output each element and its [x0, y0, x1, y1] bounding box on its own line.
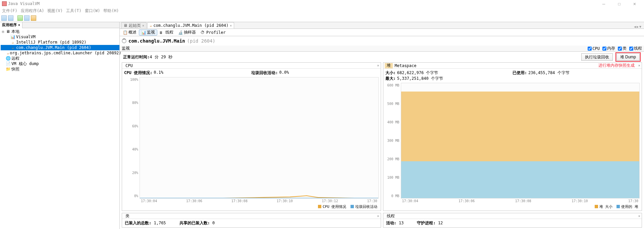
tree-label: IntelliJ Platform (pid 18992)	[16, 40, 87, 45]
menu-bar: 文件(F) 应用程序(A) 视图(V) 工具(T) 窗口(W) 帮助(H)	[0, 7, 644, 14]
sidebar-tab-applications[interactable]: 应用程序 ×	[0, 22, 22, 28]
heap-annotation: 进行堆内存快照生成	[598, 63, 636, 68]
menu-file[interactable]: 文件(F)	[1, 8, 18, 14]
monitor-header: 监视 CPU 内存 类 线程	[120, 46, 644, 52]
opt-mem-checkbox[interactable]	[602, 47, 606, 51]
tree-node-snapshot[interactable]: 📁 快照	[1, 66, 119, 72]
cpu-usage-value: 0.1%	[154, 70, 163, 76]
toolbar-icon-2[interactable]	[8, 15, 13, 21]
tree-node-intellij[interactable]: ☕ IntelliJ Platform (pid 18992)	[1, 40, 119, 45]
opt-mem[interactable]: 内存	[602, 46, 615, 51]
threads-panel: 线程 × 活动: 13 守护进程: 12	[383, 213, 642, 228]
classes-shared-value: 0	[212, 221, 215, 225]
tab-nav: ◀ ▶ ▼	[634, 25, 643, 28]
java-icon: ☕	[10, 40, 15, 45]
tree-node-coredump[interactable]: 📄 VM 核心 dump	[1, 61, 119, 66]
menu-help[interactable]: 帮助(H)	[103, 8, 119, 14]
tree-label: 快照	[11, 66, 19, 72]
close-button[interactable]: ✕	[630, 1, 639, 6]
subtab-label: 线程	[165, 30, 173, 35]
tab-main-process[interactable]: ☕ com.changlu.JVM.Main (pid 2604) ×	[147, 22, 234, 28]
tab-next-icon[interactable]: ▶	[637, 25, 639, 28]
classes-panel: 类 × 已装入的总数: 1,765 共享的已装入数: 0	[122, 213, 381, 228]
menu-view[interactable]: 视图(V)	[47, 8, 63, 14]
heap-size-value: 682,622,976 个字节	[397, 70, 438, 76]
uptime-value: 4 分 29 秒	[150, 54, 172, 60]
close-icon[interactable]: ×	[377, 214, 379, 218]
classes-panel-tab[interactable]: 类	[123, 213, 131, 219]
minimize-button[interactable]: —	[599, 1, 608, 6]
subtab-sampler[interactable]: 🔬 抽样器	[176, 30, 198, 36]
cpu-chart: 100%80%60%40%20%0%	[124, 77, 379, 198]
close-icon[interactable]: ×	[638, 63, 640, 68]
threads-panel-tab[interactable]: 线程	[385, 213, 397, 219]
tree-label: VisualVM	[16, 35, 36, 39]
opt-thread[interactable]: 线程	[629, 46, 642, 51]
tree-label: 远程	[11, 56, 19, 61]
tree-node-remote[interactable]: 🌐 远程	[1, 56, 119, 61]
close-icon[interactable]: ×	[230, 24, 232, 27]
heap-tab[interactable]: 堆	[385, 63, 393, 68]
heap-panel: 堆 Metaspace 进行堆内存快照生成 × 大小: 682,622,976 …	[383, 62, 642, 211]
tab-dropdown-icon[interactable]: ▼	[639, 25, 641, 28]
uptime-row: 正常运行时间: 4 分 29 秒 执行垃圾回收 堆 Dump	[120, 52, 644, 62]
tree-node-local[interactable]: ⊟ 🖥 本地	[1, 29, 119, 34]
maximize-button[interactable]: ☐	[614, 1, 624, 6]
subtab-label: 监视	[147, 30, 155, 35]
detail-heading: com.changlu.JVM.Main (pid 2604)	[120, 36, 644, 46]
subtab-overview[interactable]: 📋 概述	[120, 30, 139, 36]
classes-shared-label: 共享的已装入数:	[179, 221, 210, 225]
close-icon[interactable]: ×	[142, 24, 144, 27]
menu-window[interactable]: 窗口(W)	[84, 8, 101, 14]
panel-grid: CPU × CPU 使用情况: 0.1% 垃圾回收活动: 0.0%	[120, 62, 644, 229]
opt-class-checkbox[interactable]	[618, 47, 622, 51]
gc-button[interactable]: 执行垃圾回收	[581, 53, 613, 61]
menu-tools[interactable]: 工具(T)	[65, 8, 82, 14]
sidebar-tab-label: 应用程序	[2, 22, 17, 27]
toolbar-icon-3[interactable]	[17, 15, 23, 21]
tab-startpage[interactable]: 🖥 起始页 ×	[121, 22, 147, 28]
subtab-label: Profiler	[206, 30, 226, 35]
toolbar-icon-5[interactable]	[31, 15, 36, 21]
process-pid: (pid 2604)	[187, 38, 215, 44]
legend-heap-size: 堆 大小	[599, 204, 613, 209]
menu-app[interactable]: 应用程序(A)	[20, 8, 45, 14]
toolbar-icon-1[interactable]	[1, 15, 7, 21]
cpu-usage-label: CPU 使用情况:	[124, 70, 152, 76]
sidebar-tabstrip: 应用程序 ×	[0, 22, 119, 28]
toolbar-icon-4[interactable]	[24, 15, 30, 21]
heap-size-label: 大小:	[385, 70, 396, 76]
tree-node-jps[interactable]: ☕ org.jetbrains.jps.cmdline.Launcher (pi…	[1, 50, 119, 56]
close-icon[interactable]: ×	[377, 63, 379, 68]
opt-thread-checkbox[interactable]	[629, 47, 633, 51]
opt-cpu-checkbox[interactable]	[588, 47, 592, 51]
close-icon[interactable]: ×	[638, 214, 640, 218]
java-icon: ☕	[150, 23, 152, 28]
cpu-panel-tab[interactable]: CPU	[123, 63, 135, 68]
metaspace-tab[interactable]: Metaspace	[393, 63, 419, 68]
opt-class[interactable]: 类	[618, 46, 627, 51]
heap-dump-button[interactable]: 堆 Dump	[616, 53, 640, 61]
gc-activity-value: 0.0%	[279, 70, 289, 76]
subtab-profiler[interactable]: ⏱ Profiler	[198, 30, 228, 36]
threads-daemon-value: 12	[438, 221, 443, 225]
tree-node-main[interactable]: ☕ com.changlu.JVM.Main (pid 2604)	[1, 45, 119, 50]
process-name: com.changlu.JVM.Main	[128, 38, 185, 44]
refresh-icon	[122, 39, 126, 43]
applications-tree: ⊟ 🖥 本地 📊 VisualVM ☕ IntelliJ Platform (p…	[0, 28, 119, 72]
classes-loaded-value: 1,765	[154, 221, 166, 225]
subtab-monitor[interactable]: 📊 监视	[139, 30, 157, 36]
overview-icon: 📋	[123, 30, 127, 35]
tab-prev-icon[interactable]: ◀	[634, 25, 636, 28]
collapse-icon[interactable]: ⊟	[2, 30, 5, 34]
close-icon[interactable]: ×	[18, 23, 20, 27]
title-bar: Java VisualVM — ☐ ✕	[0, 0, 644, 7]
tree-label: org.jetbrains.jps.cmdline.Launcher (pid …	[10, 51, 121, 55]
monitor-icon: 📊	[141, 30, 146, 35]
subtab-threads[interactable]: ≣ 线程	[157, 30, 176, 36]
app-icon	[2, 1, 7, 6]
cpu-plot	[140, 77, 378, 198]
opt-cpu[interactable]: CPU	[588, 46, 600, 51]
tree-node-visualvm[interactable]: 📊 VisualVM	[1, 34, 119, 40]
sidebar: 应用程序 × ⊟ 🖥 本地 📊 VisualVM ☕ IntelliJ Plat…	[0, 22, 120, 229]
